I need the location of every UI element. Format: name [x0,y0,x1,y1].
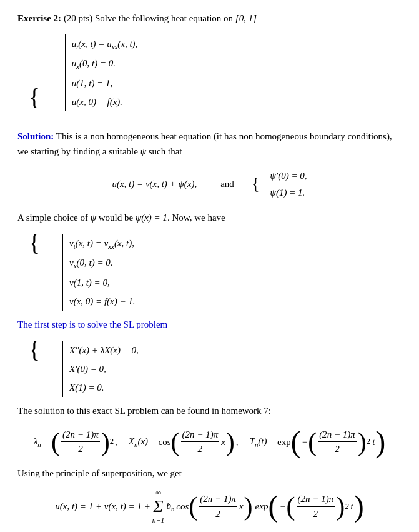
lambda-n-formula: λn = ( (2n − 1)π 2 ) 2 , [34,428,117,456]
psi-brace: { [252,174,260,193]
superposition-intro-text: Using the principle of superposition, we… [17,466,402,481]
super-cos-frac: (2n − 1)π 2 [199,492,237,521]
exercise-title: Exercise 2: (20 pts) Solve the following… [17,11,402,26]
pde-eq3: u(1, t) = 1, [72,74,138,93]
lambda-left-paren: ( [51,429,60,455]
decomp-row: u(x, t) = v(x, t) + ψ(x), and { ψ′(0) = … [17,168,402,201]
v-eq1: vt(x, t) = vxx(x, t), [69,234,136,254]
super-exp-inner-right: ) [336,493,345,519]
decomp-formula: u(x, t) = v(x, t) + ψ(x), [112,177,197,191]
pde-eq2: ux(0, t) = 0. [72,54,138,74]
psi-system-inline: { ψ′(0) = 0, ψ(1) = 1. [252,168,307,201]
pde-system-container: { ut(x, t) = uxx(x, t), ux(0, t) = 0. u(… [29,32,402,111]
sl-eq2: X′(0) = 0, [69,359,139,378]
tn-frac: (2n − 1)π 2 [318,428,357,456]
v-system: vt(x, t) = vxx(x, t), vx(0, t) = 0. v(1,… [62,234,136,311]
sl-system-container: { X″(x) + λX(x) = 0, X′(0) = 0, X(1) = 0… [29,338,402,397]
tn-formula: Tn(t) = exp ( − ( (2n − 1)π 2 ) 2 t ) [250,427,386,457]
xn-right-paren: ) [226,429,235,455]
psi-system: ψ′(0) = 0, ψ(1) = 1. [265,168,307,201]
psi-eq2: ψ(1) = 1. [270,184,307,201]
tn-inner-right: ) [358,429,367,455]
pde-eq4: u(x, 0) = f(x). [72,93,138,111]
sl-brace: { [29,338,40,362]
v-system-container: { vt(x, t) = vxx(x, t), vx(0, t) = 0. v(… [29,231,402,311]
tn-inner-left: ( [308,429,317,455]
v-eq4: v(x, 0) = f(x) − 1. [69,292,136,311]
exercise-section: Exercise 2: (20 pts) Solve the following… [17,11,402,111]
v-brace: { [29,231,40,255]
superposition-formula: u(x, t) = 1 + v(x, t) = 1 + ∞ Σ n=1 bn c… [17,487,402,526]
solution-label: Solution: [17,131,54,141]
sl-found-text: The solution to this exact SL problem ca… [17,403,402,418]
pde-eq1: ut(x, t) = uxx(x, t), [72,34,138,54]
exercise-label: Exercise 2: [17,13,61,23]
super-exp-inner-left: ( [287,493,295,519]
and-text: and [220,177,234,191]
super-cos-left: ( [189,493,197,519]
super-exp-outer-left: ( [268,491,278,521]
xn-formula: Xn(x) = cos ( (2n − 1)π 2 x ) , [129,428,239,456]
solution-section: Solution: This is a non homogeneous heat… [17,129,402,532]
lambda-right-paren: ) [101,429,110,455]
simple-choice-text: A simple choice of ψ would be ψ(x) = 1. … [17,210,402,225]
super-cos-right: ) [244,493,253,519]
eigenvalues-row: λn = ( (2n − 1)π 2 ) 2 , Xn(x) = cos ( (… [17,427,402,457]
pde-system: ut(x, t) = uxx(x, t), ux(0, t) = 0. u(1,… [65,34,138,111]
super-exp-frac: (2n − 1)π 2 [297,492,335,521]
xn-left-paren: ( [171,429,180,455]
exercise-desc: Solve the following heat equation on [0,… [95,13,257,23]
solution-intro: Solution: This is a non homogeneous heat… [17,129,402,159]
sum-lower: n=1 [152,515,165,526]
exercise-points: (20 pts) [64,13,92,23]
super-formula-inner: u(x, t) = 1 + v(x, t) = 1 + ∞ Σ n=1 bn c… [55,487,363,526]
sl-intro-text: The first step is to solve the SL proble… [17,317,402,332]
tn-outer-left: ( [291,427,301,457]
solution-intro-text: This is a non homogeneous heat equation … [17,131,392,156]
psi-eq1: ψ′(0) = 0, [270,168,307,184]
sum-sigma: Σ [154,498,164,515]
super-exp-outer-right: ) [354,491,364,521]
sum-symbol-block: ∞ Σ n=1 [152,487,165,526]
sl-eq1: X″(x) + λX(x) = 0, [69,341,139,359]
xn-frac: (2n − 1)π 2 [181,428,220,456]
v-eq3: v(1, t) = 0, [69,273,136,292]
tn-outer-right: ) [375,427,385,457]
lambda-frac: (2n − 1)π 2 [61,428,100,456]
sl-eq3: X(1) = 0. [69,378,139,397]
sl-system: X″(x) + λX(x) = 0, X′(0) = 0, X(1) = 0. [62,341,139,397]
left-brace: { [29,84,40,110]
v-eq2: vx(0, t) = 0. [69,253,136,273]
